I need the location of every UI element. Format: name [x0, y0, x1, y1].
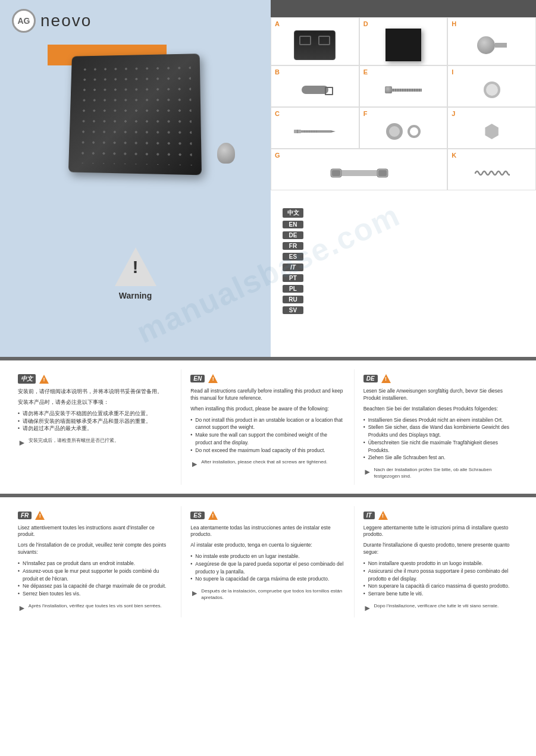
it-para-2: Durante l'installazione di questo prodot…	[363, 542, 518, 556]
warning-panel: Warning	[0, 190, 271, 357]
svg-rect-2	[301, 130, 331, 133]
es-para-1: Lea atentamente todas las instrucciones …	[190, 525, 344, 539]
part-icon-f	[366, 111, 441, 145]
wallplate-icon	[385, 29, 421, 61]
lang-tag-en[interactable]: EN	[283, 221, 303, 228]
part-icon-d	[366, 21, 441, 61]
content-grid-1: 中文 安装前，请仔细阅读本说明书，并将本说明书妥善保管备用。 安装本产品时，请务…	[9, 369, 527, 485]
de-bullet-4: Ziehen Sie alle Schrauben fest an.	[363, 454, 518, 462]
warning-triangle-icon	[115, 247, 156, 286]
lang-tag-it[interactable]: IT	[283, 263, 303, 271]
svg-rect-13	[378, 170, 387, 176]
en-note-text: After installation, please check that al…	[201, 459, 327, 465]
zh-note-text: 安装完成后，请检查所有螺丝是否已拧紧。	[29, 437, 119, 444]
lang-tag-es[interactable]: ES	[283, 253, 303, 261]
content-col-es: ES Lea atentamente todas las instruccion…	[181, 506, 354, 617]
lang-header-de: DE	[363, 374, 518, 383]
arrow-icon-it: ►	[363, 603, 372, 613]
lang-tag-ru[interactable]: RU	[283, 296, 303, 303]
it-bullet-list: Non installare questo prodotto in un luo…	[363, 560, 518, 598]
content-section-1: 中文 安装前，请仔细阅读本说明书，并将本说明书妥善保管备用。 安装本产品时，请务…	[0, 360, 536, 494]
fr-bullet-2: Assurez-vous que le mur peut supporter l…	[18, 567, 172, 583]
fr-bullet-1: N'installez pas ce produit dans un endro…	[18, 560, 172, 567]
middle-section: Warning 中文 EN DE FR ES IT PT PL RU SV ma…	[0, 190, 536, 357]
it-bullet-2: Assicurarsi che il muro possa supportare…	[363, 567, 518, 583]
de-bullet-1: Installieren Sie dieses Produkt nicht an…	[363, 416, 518, 424]
zh-bullet-3: 请勿超过本产品的最大承重。	[18, 425, 172, 432]
logo-area: AG neovo	[12, 9, 259, 33]
wrench-icon	[330, 167, 389, 180]
spring-icon	[474, 168, 510, 178]
content-grid-2: FR Lisez attentivement toutes les instru…	[9, 506, 527, 617]
part-icon-e	[366, 70, 441, 103]
it-note: ► Dopo l'installazione, verificare che t…	[363, 603, 518, 613]
zh-bullet-list: 请勿将本产品安装于不稳固的位置或承重不足的位置。 请确保所安装的墙面能够承受本产…	[18, 410, 172, 432]
nut-icon	[484, 124, 500, 139]
warning-icon-it	[378, 511, 388, 520]
washer-large-icon	[386, 123, 403, 140]
part-cell-k: K	[447, 149, 536, 190]
warning-icon-es	[208, 511, 218, 520]
part-cell-a: A	[271, 17, 359, 65]
lang-tag-pl[interactable]: PL	[283, 285, 303, 293]
part-letter-a: A	[275, 20, 280, 27]
part-icon-a	[277, 21, 353, 61]
part-icon-g	[277, 153, 441, 186]
part-letter-h: H	[452, 20, 456, 27]
content-col-de: DE Lesen Sie alle Anweisungen sorgfältig…	[355, 369, 527, 485]
parts-grid: A D H	[271, 17, 536, 190]
fr-note-text: Après l'installation, vérifiez que toute…	[29, 603, 162, 609]
fr-note: ► Après l'installation, vérifiez que tou…	[18, 603, 172, 613]
warning-label: Warning	[119, 291, 152, 300]
lang-header-es: ES	[190, 511, 344, 520]
brand-name: neovo	[40, 11, 92, 30]
part-cell-e: E	[359, 65, 448, 107]
en-bullet-list: Do not install this product in an unstab…	[190, 416, 344, 454]
es-bullet-1: No instale este producto en un lugar ine…	[190, 553, 344, 560]
part-icon-j	[454, 111, 529, 145]
es-bullet-2: Asegúrese de que la pared pueda soportar…	[190, 560, 344, 576]
arrow-icon-de: ►	[363, 467, 372, 476]
arrow-icon-es: ►	[190, 588, 199, 598]
part-letter-f: F	[363, 110, 368, 117]
warning-icon-de	[381, 374, 391, 383]
warning-icon-en	[208, 374, 218, 383]
en-para-1: Read all instructions carefully before i…	[190, 388, 344, 402]
lang-badge-es: ES	[190, 512, 204, 519]
part-letter-k: K	[452, 152, 456, 159]
part-letter-d: D	[363, 20, 368, 27]
lang-tag-de[interactable]: DE	[283, 231, 303, 239]
warning-box: Warning	[115, 247, 156, 300]
top-section: AG neovo A D	[0, 0, 536, 190]
part-cell-b: B	[271, 65, 359, 107]
lang-tag-pt[interactable]: PT	[283, 274, 303, 282]
it-bullet-4: Serrare bene tutte le viti.	[363, 590, 518, 598]
es-para-2: Al instalar este producto, tenga en cuen…	[190, 542, 344, 549]
zh-para-2: 安装本产品时，请务必注意以下事项：	[18, 399, 172, 406]
content-col-zh: 中文 安装前，请仔细阅读本说明书，并将本说明书妥善保管备用。 安装本产品时，请务…	[9, 369, 181, 485]
content-section-2: FR Lisez attentivement toutes les instru…	[0, 497, 536, 626]
it-bullet-3: Non superare la capacità di carico massi…	[363, 582, 518, 590]
left-panel: AG neovo	[0, 0, 271, 190]
right-panel: A D H	[271, 0, 536, 190]
de-note: ► Nach der Installation prüfen Sie bitte…	[363, 466, 518, 479]
part-cell-g: G	[271, 149, 447, 190]
it-para-1: Leggere attentamente tutte le istruzioni…	[363, 525, 518, 539]
de-bullet-3: Überschreiten Sie nicht die maximale Tra…	[363, 439, 518, 454]
de-para-2: Beachten Sie bei der Installation dieses…	[363, 406, 518, 413]
fr-bullet-4: Serrez bien toutes les vis.	[18, 590, 172, 598]
part-cell-d: D	[359, 17, 448, 65]
fr-para-2: Lors de l'installation de ce produit, ve…	[18, 542, 172, 556]
de-bullet-list: Installieren Sie dieses Produkt nicht an…	[363, 416, 518, 462]
zh-note: ► 安装完成后，请检查所有螺丝是否已拧紧。	[18, 437, 172, 447]
anchor-icon	[302, 86, 328, 94]
lang-tag-sv[interactable]: SV	[283, 306, 303, 314]
lang-tag-zh[interactable]: 中文	[283, 208, 303, 218]
part-icon-i	[454, 70, 529, 103]
ring-icon	[484, 81, 500, 98]
zh-para-1: 安装前，请仔细阅读本说明书，并将本说明书妥善保管备用。	[18, 388, 172, 396]
lang-tag-fr[interactable]: FR	[283, 242, 303, 250]
fr-para-1: Lisez attentivement toutes les instructi…	[18, 525, 172, 539]
mount-image	[59, 48, 208, 178]
warning-icon-zh	[39, 375, 49, 384]
